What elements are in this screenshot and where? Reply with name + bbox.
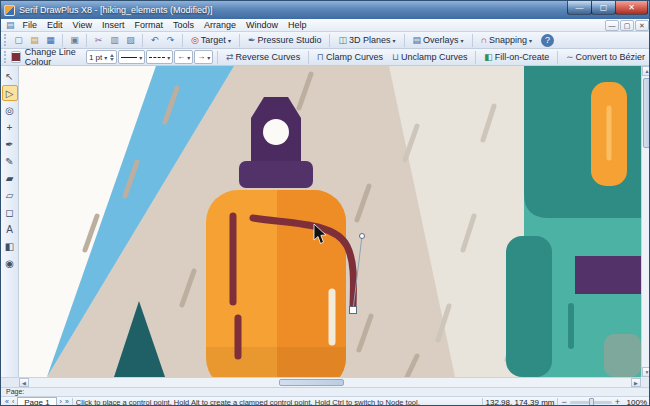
colour-picker-tool[interactable]: ◉: [2, 255, 18, 271]
open-icon[interactable]: ▤: [27, 33, 42, 48]
vertical-scrollbar[interactable]: ▲ ▼: [641, 66, 650, 377]
save-icon[interactable]: ▦: [43, 33, 58, 48]
fill-on-create-toggle[interactable]: ◧ Fill-on-Create: [480, 50, 553, 65]
last-page-button[interactable]: »: [65, 397, 69, 406]
app-icon: [4, 5, 15, 16]
pressure-studio-button[interactable]: ✒ Pressure Studio: [244, 33, 326, 48]
backpack-side-pocket: [506, 236, 552, 377]
scroll-up-icon[interactable]: ▲: [642, 66, 650, 76]
backpack-bottom-pouch: [604, 334, 641, 377]
horizontal-scrollbar[interactable]: ◀ ▶: [19, 377, 641, 387]
drawing-toolbar: ↖ ▷ ◎ + ✒ ✎ ▰ ▱ ◻ A ◧ ◉: [1, 66, 19, 377]
menu-edit[interactable]: Edit: [42, 19, 68, 31]
status-bar: « ‹ Page 1 › » Click to place a control …: [1, 396, 650, 406]
menu-arrange[interactable]: Arrange: [199, 19, 241, 31]
menu-tools[interactable]: Tools: [168, 19, 199, 31]
menu-help[interactable]: Help: [283, 19, 312, 31]
scrollbar-corner: [641, 377, 650, 387]
horizontal-scroll-thumb[interactable]: [279, 379, 344, 386]
target-icon: ◎: [191, 35, 199, 45]
menu-view[interactable]: View: [68, 19, 97, 31]
vertical-scroll-thumb[interactable]: [643, 78, 650, 148]
end-arrow-preview: →: [197, 52, 205, 62]
scroll-left-icon[interactable]: ◀: [19, 378, 29, 387]
snapping-button[interactable]: ∩ Snapping▾: [477, 33, 537, 48]
menu-file[interactable]: File: [18, 19, 43, 31]
node-tool[interactable]: ▷: [2, 85, 18, 101]
page-row: Page:: [1, 387, 650, 396]
line-style-select[interactable]: ▾: [118, 50, 145, 64]
overlays-button[interactable]: ▤ Overlays▾: [409, 33, 468, 48]
new-icon[interactable]: ▢: [11, 33, 26, 48]
print-icon[interactable]: ▣: [67, 33, 82, 48]
menu-insert[interactable]: Insert: [97, 19, 130, 31]
convert-to-bezier-icon: ∼: [566, 52, 574, 62]
minimize-button[interactable]: —: [567, 1, 592, 15]
standard-toolbar: ▢ ▤ ▦ ▣ ✂ ▥ ▨ ↶ ↷ ◎ Target▾ ✒ Pressure S…: [1, 32, 650, 49]
zoom-in-icon[interactable]: +: [615, 398, 620, 406]
path-node-square: [350, 307, 357, 314]
document-canvas[interactable]: [19, 66, 641, 377]
text-tool[interactable]: A: [2, 221, 18, 237]
line-colour-swatch[interactable]: [11, 51, 21, 63]
menu-bar: ▤ File Edit View Insert Format Tools Arr…: [1, 19, 650, 32]
first-page-button[interactable]: «: [5, 397, 9, 406]
line-end-arrow-select[interactable]: →▾: [194, 50, 213, 64]
target-button[interactable]: ◎ Target▾: [187, 33, 235, 48]
pencil-tool[interactable]: ✎: [2, 153, 18, 169]
zoom-tool[interactable]: ◎: [2, 102, 18, 118]
convert-to-bezier-button[interactable]: ∼ Convert to Bézier: [562, 50, 649, 65]
toolbar-grip: [4, 34, 7, 46]
canvas-illustration: [19, 66, 641, 377]
brush-tool[interactable]: ▰: [2, 170, 18, 186]
zoom-slider-thumb[interactable]: [589, 398, 594, 406]
control-handle-dot: [360, 234, 365, 239]
page-tab[interactable]: Page 1: [17, 397, 56, 406]
doc-close-button[interactable]: ✕: [635, 20, 649, 31]
context-toolbar: Change Line Colour 1 pt▾ ▾ ▾ ←▾ →▾ ⇄ Rev…: [1, 49, 650, 66]
help-button[interactable]: ?: [541, 34, 554, 47]
eraser-tool[interactable]: ▱: [2, 187, 18, 203]
unclamp-curves-button[interactable]: ⊔ Unclamp Curves: [388, 50, 472, 65]
page-label: Page:: [6, 388, 24, 395]
bottle-cap-hole: [263, 119, 289, 145]
cursor-coordinates: 132.98, 174.39 mm: [486, 398, 555, 406]
maximize-button[interactable]: ▢: [591, 1, 616, 15]
window-title: Serif DrawPlus X8 - [hiking_elements (Mo…: [19, 5, 568, 15]
dash-style-select[interactable]: ▾: [146, 50, 173, 64]
clamp-curves-button[interactable]: ⊓ Clamp Curves: [313, 50, 387, 65]
scroll-right-icon[interactable]: ▶: [631, 378, 641, 387]
reverse-curves-button[interactable]: ⇄ Reverse Curves: [222, 50, 304, 65]
doc-minimize-button[interactable]: —: [605, 20, 619, 31]
line-start-arrow-select[interactable]: ←▾: [174, 50, 193, 64]
zoom-out-icon[interactable]: −: [561, 398, 566, 406]
3d-planes-icon: ◫: [338, 35, 347, 45]
cut-icon[interactable]: ✂: [91, 33, 106, 48]
document-icon: ▤: [6, 20, 15, 30]
zoom-slider[interactable]: [570, 401, 612, 404]
previous-page-button[interactable]: ‹: [12, 397, 14, 406]
next-page-button[interactable]: ›: [60, 397, 62, 406]
line-width-stepper[interactable]: [110, 54, 114, 61]
menu-format[interactable]: Format: [129, 19, 168, 31]
copy-icon[interactable]: ▥: [107, 33, 122, 48]
clamp-curves-icon: ⊓: [317, 52, 324, 62]
paste-icon[interactable]: ▨: [123, 33, 138, 48]
reverse-curves-icon: ⇄: [226, 52, 234, 62]
redo-icon[interactable]: ↷: [163, 33, 178, 48]
pan-tool[interactable]: +: [2, 119, 18, 135]
3d-planes-button[interactable]: ◫ 3D Planes▾: [334, 33, 399, 48]
shape-tool[interactable]: ◻: [2, 204, 18, 220]
snapping-icon: ∩: [481, 35, 487, 45]
close-button[interactable]: ✕: [615, 1, 648, 15]
doc-restore-button[interactable]: ▢: [620, 20, 634, 31]
bottle-bottom-seam: [206, 347, 346, 377]
undo-icon[interactable]: ↶: [147, 33, 162, 48]
scroll-down-icon[interactable]: ▼: [642, 367, 650, 377]
line-width-select[interactable]: 1 pt▾: [86, 50, 117, 64]
fill-tool[interactable]: ◧: [2, 238, 18, 254]
pointer-tool[interactable]: ↖: [2, 68, 18, 84]
pressure-studio-icon: ✒: [248, 35, 256, 45]
menu-window[interactable]: Window: [241, 19, 283, 31]
pen-tool[interactable]: ✒: [2, 136, 18, 152]
